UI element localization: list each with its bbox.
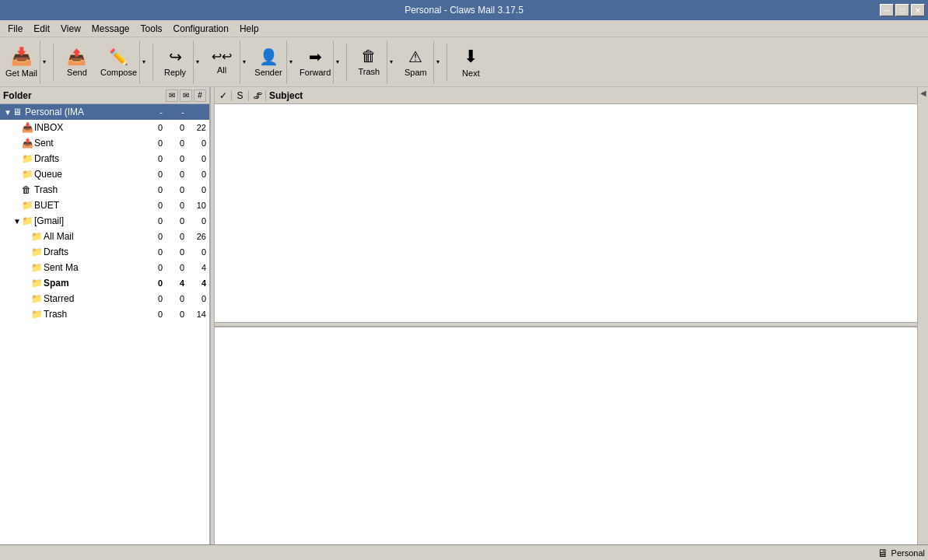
sender-dropdown[interactable]: ▾ — [286, 40, 296, 84]
folder-unread-icon[interactable]: ✉ — [180, 89, 192, 102]
forward-button[interactable]: ➡ Forward — [297, 40, 333, 84]
folder-row-sent[interactable]: 📤 Sent 0 0 0 — [0, 135, 209, 151]
trash-dropdown[interactable]: ▾ — [387, 40, 396, 84]
send-label: Send — [67, 68, 87, 77]
folder-row-drafts2[interactable]: 📁 Drafts 0 0 0 — [0, 244, 209, 260]
folder-unread-sent: 0 — [163, 138, 184, 148]
toolbar: 📥 Get Mail ▾ 📤 Send ✏️ Compose ▾ ↩ Reply… — [0, 37, 928, 87]
folder-unread-drafts2: 0 — [163, 247, 184, 257]
close-button[interactable]: ✕ — [911, 4, 925, 16]
reply-button[interactable]: ↩ Reply — [157, 40, 193, 84]
folder-new-allmail: 0 — [141, 232, 163, 241]
folder-row-starred[interactable]: 📁 Starred 0 0 0 — [0, 291, 209, 306]
folder-row-buet[interactable]: 📁 BUET 0 0 10 — [0, 198, 209, 213]
folder-total-icon[interactable]: # — [194, 89, 206, 102]
folder-unread-buet: 0 — [163, 201, 184, 210]
forward-label: Forward — [299, 68, 331, 77]
folder-row-spam[interactable]: 📁 Spam 0 4 4 — [0, 275, 209, 291]
folder-tree[interactable]: ▼ 🖥 Personal (IMA - - 📥 INBOX 0 0 22 — [0, 104, 209, 544]
folder-row-trash2[interactable]: 📁 Trash 0 0 14 — [0, 306, 209, 322]
main-area: Folder ✉ ✉ # ▼ 🖥 Personal (IMA - - 📥 INB… — [0, 87, 928, 544]
folder-new-inbox: 0 — [141, 123, 163, 132]
folder-new-trash1: 0 — [141, 185, 163, 194]
next-button[interactable]: ⬇ Next — [451, 40, 490, 84]
right-pane: ✓ S 🖇 Subject ◀ — [215, 87, 928, 544]
sender-label: Sender — [254, 68, 282, 77]
menu-help[interactable]: Help — [235, 22, 264, 36]
folder-row-queue[interactable]: 📁 Queue 0 0 0 — [0, 166, 209, 182]
folder-toggle-personal[interactable]: ▼ — [3, 108, 12, 117]
folder-new-personal: - — [141, 107, 163, 117]
send-icon: 📤 — [67, 47, 86, 66]
reply-dropdown[interactable]: ▾ — [193, 40, 202, 84]
spam-dropdown[interactable]: ▾ — [433, 40, 443, 84]
all-button[interactable]: ↩↩ All — [204, 40, 240, 84]
get-mail-dropdown[interactable]: ▾ — [40, 40, 49, 84]
minimize-button[interactable]: ─ — [880, 4, 894, 16]
folder-total-allmail: 26 — [184, 232, 206, 241]
folder-icon-inbox: 📥 — [22, 122, 34, 133]
all-dropdown[interactable]: ▾ — [240, 40, 249, 84]
status-right: 🖥 Personal — [877, 547, 925, 559]
status-bar: 🖥 Personal — [0, 544, 928, 560]
folder-icon-buet: 📁 — [22, 200, 34, 211]
get-mail-button[interactable]: 📥 Get Mail — [3, 40, 40, 84]
spam-icon: ⚠ — [408, 47, 422, 66]
col-subject[interactable]: Subject — [266, 90, 917, 101]
window-title: Personal - Claws Mail 3.17.5 — [404, 5, 524, 16]
spam-button[interactable]: ⚠ Spam — [397, 40, 433, 84]
folder-unread-allmail: 0 — [163, 232, 184, 241]
menu-view[interactable]: View — [56, 22, 86, 36]
folder-new-starred: 0 — [141, 294, 163, 303]
forward-icon: ➡ — [309, 47, 322, 66]
menu-tools[interactable]: Tools — [136, 22, 167, 36]
compose-button[interactable]: ✏️ Compose — [98, 40, 139, 84]
next-icon: ⬇ — [464, 47, 478, 67]
col-check[interactable]: ✓ — [215, 90, 232, 101]
menu-message[interactable]: Message — [87, 22, 135, 36]
menu-configuration[interactable]: Configuration — [169, 22, 233, 36]
preview-pane[interactable] — [215, 327, 917, 545]
folder-total-trash1: 0 — [184, 185, 206, 194]
forward-dropdown[interactable]: ▾ — [333, 40, 342, 84]
folder-name-sentmail: Sent Ma — [44, 262, 141, 273]
folder-row-inbox[interactable]: 📥 INBOX 0 0 22 — [0, 120, 209, 135]
folder-row-personal[interactable]: ▼ 🖥 Personal (IMA - - — [0, 104, 209, 120]
folder-row-sentmail[interactable]: 📁 Sent Ma 0 0 4 — [0, 260, 209, 275]
col-att[interactable]: 🖇 — [249, 90, 266, 101]
folder-name-spam: Spam — [44, 278, 141, 289]
col-s[interactable]: S — [232, 90, 249, 101]
menu-edit[interactable]: Edit — [29, 22, 54, 36]
compose-dropdown[interactable]: ▾ — [139, 40, 149, 84]
folder-row-drafts1[interactable]: 📁 Drafts 0 0 0 — [0, 151, 209, 166]
folder-row-allmail[interactable]: 📁 All Mail 0 0 26 — [0, 229, 209, 244]
folder-row-gmail[interactable]: ▼ 📁 [Gmail] 0 0 0 — [0, 213, 209, 229]
folder-unread-queue: 0 — [163, 170, 184, 179]
sender-group: 👤 Sender ▾ — [250, 40, 296, 84]
reply-label: Reply — [164, 68, 186, 77]
folder-name-personal: Personal (IMA — [25, 107, 141, 117]
folder-header-label: Folder — [3, 90, 164, 101]
folder-toggle-gmail[interactable]: ▼ — [12, 217, 22, 226]
folder-icon-trash2: 📁 — [31, 309, 44, 320]
folder-name-drafts1: Drafts — [34, 153, 141, 164]
folder-icon-queue: 📁 — [22, 169, 34, 180]
maximize-button[interactable]: □ — [895, 4, 909, 16]
folder-unread-starred: 0 — [163, 294, 184, 303]
folder-row-trash1[interactable]: 🗑 Trash 0 0 0 — [0, 182, 209, 198]
folder-new-queue: 0 — [141, 170, 163, 179]
trash-group: 🗑 Trash ▾ — [351, 40, 396, 84]
sender-button[interactable]: 👤 Sender — [250, 40, 286, 84]
message-list-body[interactable] — [215, 104, 917, 322]
trash-label: Trash — [359, 67, 380, 76]
send-button[interactable]: 📤 Send — [58, 40, 96, 84]
folder-total-spam: 4 — [184, 278, 206, 288]
menu-file[interactable]: File — [3, 22, 27, 36]
folder-new-msg-icon[interactable]: ✉ — [166, 89, 178, 102]
forward-group: ➡ Forward ▾ — [297, 40, 342, 84]
spam-label: Spam — [404, 68, 427, 77]
folder-icon-trash1: 🗑 — [22, 184, 34, 195]
folder-name-trash1: Trash — [34, 184, 141, 195]
trash-button[interactable]: 🗑 Trash — [351, 40, 387, 84]
preview-collapse-button[interactable]: ◀ — [918, 87, 929, 98]
